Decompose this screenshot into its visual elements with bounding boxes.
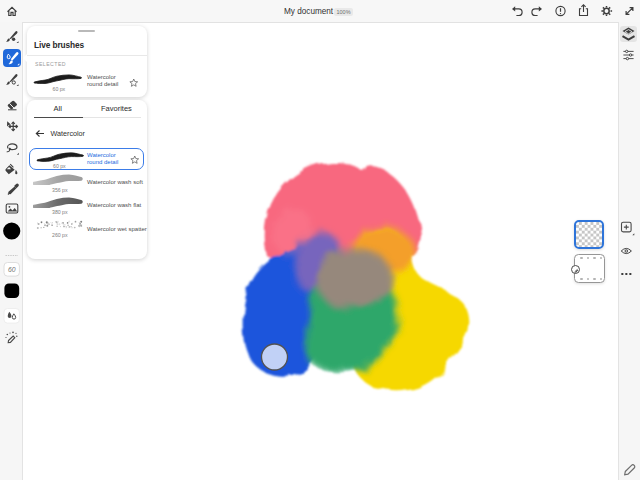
svg-text:60: 60	[8, 266, 16, 273]
